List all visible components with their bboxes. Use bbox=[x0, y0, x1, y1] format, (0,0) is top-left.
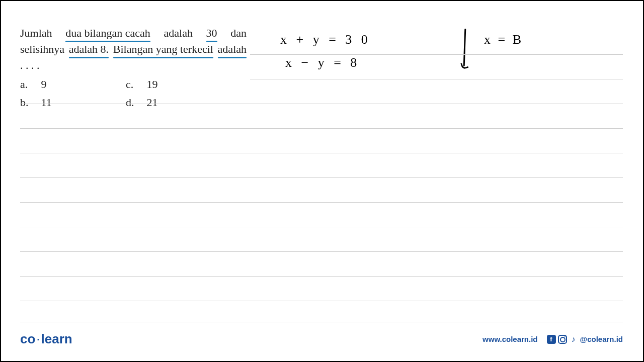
instagram-icon[interactable] bbox=[558, 335, 567, 344]
q-text bbox=[109, 43, 113, 55]
q-underline-4: adalah bbox=[218, 41, 247, 57]
q-text: selisihnya bbox=[20, 43, 69, 55]
option-value: 21 bbox=[147, 95, 158, 111]
social-handle[interactable]: @colearn.id bbox=[580, 335, 623, 343]
q-text: . . . . bbox=[20, 59, 40, 71]
handwritten-equation-3: x = B bbox=[484, 32, 523, 47]
facebook-icon[interactable]: f bbox=[547, 335, 556, 344]
q-underline-3: Bilangan yang terkecil bbox=[113, 41, 213, 57]
option-label: a. bbox=[20, 76, 34, 93]
question-text: Jumlah dua bilangan cacah adalah 30 dan … bbox=[20, 25, 247, 73]
option-d[interactable]: d. 21 bbox=[126, 95, 231, 111]
q-underline-2: adalah 8. bbox=[69, 41, 109, 57]
q-text: dan bbox=[217, 27, 247, 39]
handwritten-divider bbox=[463, 29, 466, 66]
option-a[interactable]: a. 9 bbox=[20, 76, 126, 93]
website-link[interactable]: www.colearn.id bbox=[482, 335, 537, 343]
option-label: c. bbox=[126, 76, 140, 93]
footer-right: www.colearn.id f ♪ @colearn.id bbox=[482, 335, 623, 344]
option-c[interactable]: c. 19 bbox=[126, 76, 231, 93]
options-grid: a. 9 c. 19 b. 11 d. 21 bbox=[20, 76, 247, 111]
handwritten-equation-2: x − y = 8 bbox=[285, 55, 360, 70]
q-underline-1: dua bilangan cacah bbox=[65, 25, 150, 41]
option-value: 9 bbox=[41, 76, 47, 93]
logo-part-co: co bbox=[20, 331, 35, 346]
option-b[interactable]: b. 11 bbox=[20, 95, 126, 111]
brand-logo: co·learn bbox=[20, 331, 72, 347]
footer: co·learn www.colearn.id f ♪ @colearn.id bbox=[20, 331, 623, 347]
logo-part-learn: learn bbox=[41, 331, 72, 346]
option-label: d. bbox=[126, 95, 140, 111]
q-text: Jumlah bbox=[20, 27, 65, 39]
question-block: Jumlah dua bilangan cacah adalah 30 dan … bbox=[20, 25, 247, 110]
social-icons: f ♪ @colearn.id bbox=[547, 335, 623, 344]
option-value: 19 bbox=[147, 76, 158, 93]
q-underline-num: 30 bbox=[206, 25, 217, 41]
option-value: 11 bbox=[41, 95, 52, 111]
handwritten-equation-1: x + y = 3 0 bbox=[280, 32, 371, 47]
tiktok-icon[interactable]: ♪ bbox=[569, 335, 578, 344]
q-text: adalah bbox=[150, 27, 206, 39]
option-label: b. bbox=[20, 95, 34, 111]
worksheet-area: Jumlah dua bilangan cacah adalah 30 dan … bbox=[1, 1, 643, 361]
logo-dot-icon: · bbox=[36, 331, 40, 346]
